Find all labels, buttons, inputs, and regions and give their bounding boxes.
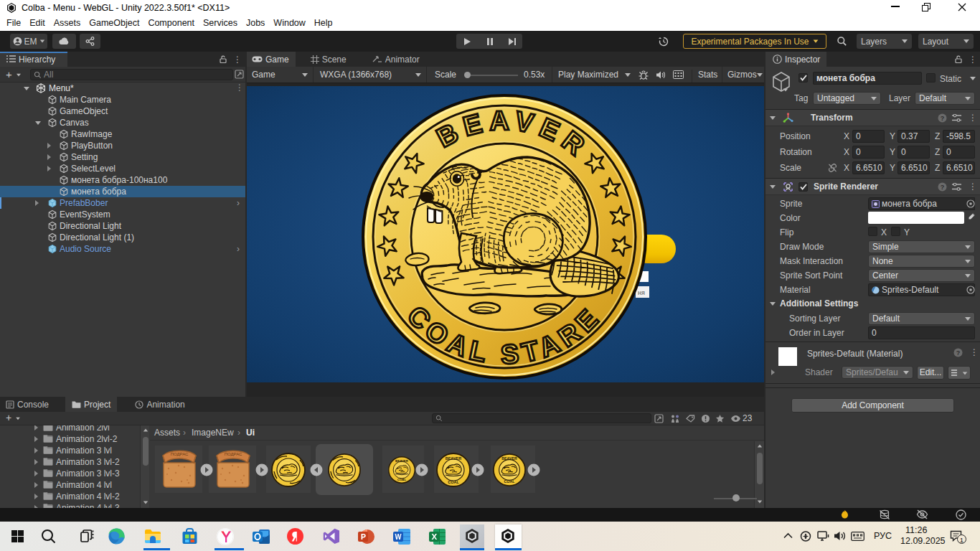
svg-text:?: ? xyxy=(941,184,945,191)
svg-text:?: ? xyxy=(941,115,945,122)
svg-text:?: ? xyxy=(956,349,961,357)
svg-text:ня: ня xyxy=(638,289,645,296)
